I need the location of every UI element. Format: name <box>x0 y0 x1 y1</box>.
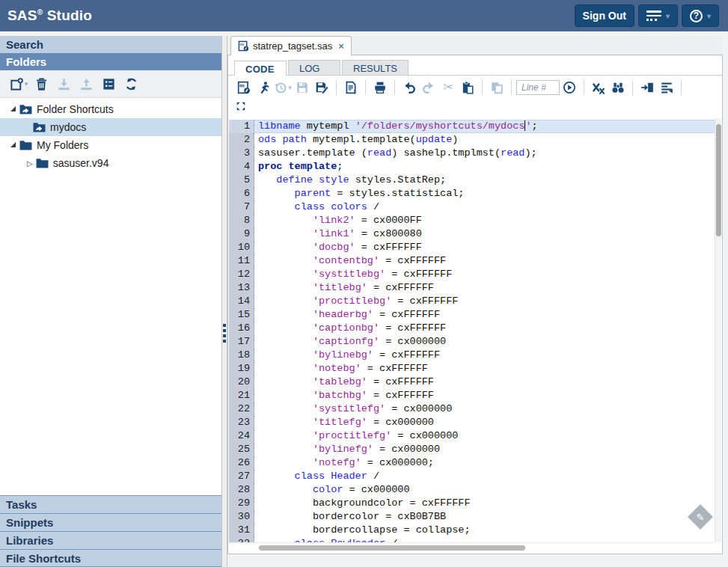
code-line[interactable]: 6 parent = styles.statistical; <box>229 187 721 200</box>
section-libraries[interactable]: Libraries <box>0 531 221 549</box>
redo-button[interactable] <box>419 79 438 96</box>
code-line[interactable]: 11 'contentbg' = cxFFFFFF <box>229 254 721 268</box>
redo-icon <box>422 81 435 94</box>
horizontal-scrollbar[interactable] <box>229 542 714 553</box>
tree-item-folder-shortcuts[interactable]: Folder Shortcuts <box>0 100 221 118</box>
code-line[interactable]: 5 define style styles.StatRep; <box>229 174 721 187</box>
find-replace-button[interactable] <box>608 79 628 96</box>
line-number-input[interactable] <box>516 80 560 95</box>
sidebar-splitter[interactable] <box>221 36 227 567</box>
code-line[interactable]: 15 'headerbg' = cxFFFFFF <box>229 308 721 322</box>
tree-item-sasuser-v94[interactable]: ▷ sasuser.v94 <box>0 154 221 172</box>
code-line[interactable]: 16 'captionbg' = cxFFFFFF <box>229 322 721 335</box>
line-number: 17 <box>229 335 254 349</box>
line-number: 1 <box>229 120 254 133</box>
section-snippets[interactable]: Snippets <box>0 513 221 531</box>
tab-log[interactable]: LOG <box>288 60 340 75</box>
download-button[interactable] <box>54 75 73 93</box>
code-line[interactable]: 10 'docbg' = cxFFFFFF <box>229 241 721 254</box>
tree-item-my-folders[interactable]: My Folders <box>0 136 221 154</box>
line-content: class colors / <box>254 200 379 214</box>
line-number: 18 <box>229 349 254 362</box>
code-line[interactable]: 28 color = cx000000 <box>229 483 721 497</box>
code-editor[interactable]: 1libname mytempl '/folders/myshortcuts/m… <box>229 118 721 542</box>
line-number: 23 <box>229 416 254 429</box>
close-icon[interactable]: × <box>338 41 344 51</box>
code-line[interactable]: 27 class Header / <box>229 470 721 483</box>
upload-button[interactable] <box>76 75 96 93</box>
code-line[interactable]: 3sasuser.template (read) sashelp.tmplmst… <box>229 147 721 160</box>
vertical-scrollbar[interactable] <box>715 118 721 542</box>
code-line[interactable]: 32 class RowHeader / <box>229 537 721 542</box>
properties-button[interactable] <box>99 75 118 93</box>
cut-button[interactable]: ✂ <box>438 79 458 96</box>
code-line[interactable]: 7 class colors / <box>229 200 721 214</box>
section-file-shortcuts[interactable]: File Shortcuts <box>0 549 221 567</box>
tree-item-mydocs[interactable]: mydocs <box>0 118 221 136</box>
code-line[interactable]: 25 'bylinefg' = cx000000 <box>229 443 721 456</box>
horizontal-scrollbar-thumb[interactable] <box>259 545 525 551</box>
expanded-caret-icon[interactable] <box>10 142 16 147</box>
new-item-button[interactable]: ▾ <box>9 75 28 93</box>
indent-code-button[interactable] <box>637 79 657 96</box>
collapsed-caret-icon[interactable]: ▷ <box>27 159 33 168</box>
code-line[interactable]: 12 'systitlebg' = cxFFFFFF <box>229 268 721 281</box>
line-number: 29 <box>229 497 254 510</box>
maximize-view-icon[interactable] <box>236 101 246 111</box>
indent-icon <box>640 81 654 94</box>
code-line[interactable]: 2ods path mytempl.template(update) <box>229 133 721 147</box>
code-line[interactable]: 30 bordercolor = cxB0B7BB <box>229 510 721 524</box>
line-number: 6 <box>229 187 254 200</box>
folder-tree: Folder Shortcuts mydocs My Folders ▷ sas… <box>0 98 221 495</box>
tab-statrep-tagset[interactable]: statrep_tagset.sas × <box>230 36 352 55</box>
new-program-button[interactable] <box>234 79 254 96</box>
line-number: 19 <box>229 362 254 376</box>
paste-button[interactable] <box>458 79 477 96</box>
refresh-button[interactable] <box>121 75 141 93</box>
copy-button[interactable] <box>487 79 507 96</box>
section-search[interactable]: Search <box>0 36 221 53</box>
code-line[interactable]: 18 'bylinebg' = cxFFFFFF <box>229 349 721 362</box>
help-button[interactable]: ? ▾ <box>682 4 719 27</box>
section-folders[interactable]: Folders <box>0 53 221 70</box>
run-button[interactable] <box>254 79 273 96</box>
code-line[interactable]: 22 'systitlefg' = cx000000 <box>229 402 721 416</box>
toolbar-separator <box>336 80 337 95</box>
tab-results[interactable]: RESULTS <box>342 60 409 75</box>
code-line[interactable]: 14 'proctitlebg' = cxFFFFFF <box>229 295 721 308</box>
line-content: class RowHeader / <box>254 537 397 542</box>
code-line[interactable]: 1libname mytempl '/folders/myshortcuts/m… <box>229 120 721 133</box>
print-button[interactable] <box>370 79 390 96</box>
code-line[interactable]: 20 'tablebg' = cxFFFFFF <box>229 376 721 389</box>
code-line[interactable]: 17 'captionfg' = cx000000 <box>229 335 721 349</box>
clear-code-button[interactable] <box>589 79 608 96</box>
sign-out-button[interactable]: Sign Out <box>575 4 634 27</box>
format-code-button[interactable] <box>657 79 676 96</box>
application-options-button[interactable]: ▾ <box>638 4 678 27</box>
save-button[interactable] <box>293 79 312 96</box>
code-line[interactable]: 23 'titlefg' = cx000000 <box>229 416 721 429</box>
line-number: 14 <box>229 295 254 308</box>
expanded-caret-icon[interactable] <box>10 106 16 111</box>
code-line[interactable]: 13 'titlebg' = cxFFFFFF <box>229 281 721 295</box>
line-content: 'captionfg' = cx000000 <box>254 335 446 349</box>
submission-history-button[interactable]: ▾ <box>273 79 293 96</box>
tab-code[interactable]: CODE <box>234 61 287 76</box>
code-line[interactable]: 19 'notebg' = cxFFFFFF <box>229 362 721 376</box>
code-line[interactable]: 21 'batchbg' = cxFFFFFF <box>229 389 721 402</box>
save-as-button[interactable] <box>312 79 331 96</box>
code-line[interactable]: 4proc template; <box>229 160 721 174</box>
code-line[interactable]: 9 'link1' = cx800080 <box>229 227 721 241</box>
section-tasks[interactable]: Tasks <box>0 495 221 513</box>
go-to-line-button[interactable] <box>560 79 579 96</box>
code-line[interactable]: 26 'notefg' = cx000000; <box>229 456 721 470</box>
code-line[interactable]: 24 'proctitlefg' = cx000000 <box>229 429 721 443</box>
delete-button[interactable] <box>31 75 51 93</box>
line-content: bordercolor = cxB0B7BB <box>254 510 446 524</box>
code-line[interactable]: 29 backgroundcolor = cxFFFFFF <box>229 497 721 510</box>
vertical-scrollbar-thumb[interactable] <box>716 124 721 236</box>
program-summary-button[interactable] <box>341 79 361 96</box>
undo-button[interactable] <box>400 79 419 96</box>
code-line[interactable]: 31 bordercollapse = collapse; <box>229 524 721 537</box>
code-line[interactable]: 8 'link2' = cx0000FF <box>229 214 721 227</box>
